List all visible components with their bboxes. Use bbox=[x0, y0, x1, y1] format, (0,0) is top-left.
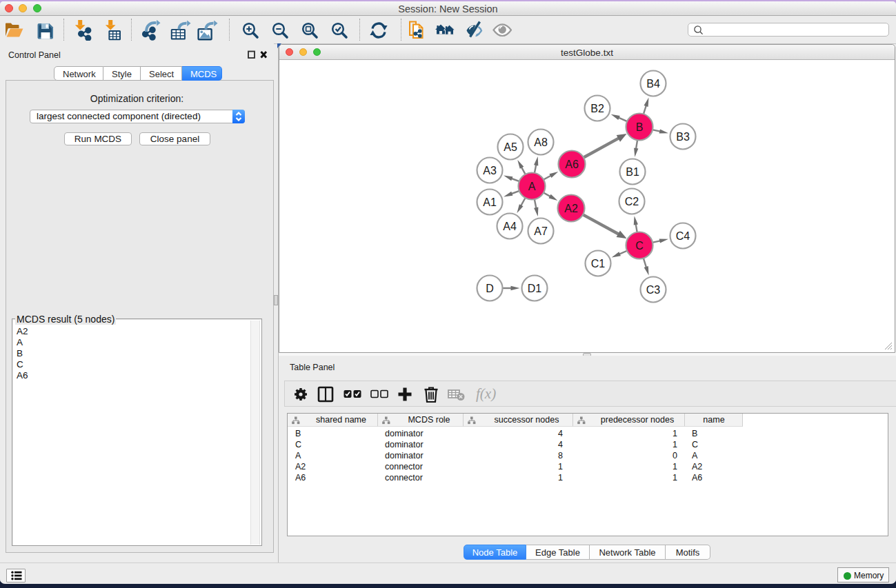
svg-text:A2: A2 bbox=[564, 203, 578, 214]
svg-text:D: D bbox=[486, 283, 494, 294]
svg-text:A8: A8 bbox=[534, 136, 548, 148]
svg-text:B4: B4 bbox=[646, 78, 660, 90]
svg-text:C3: C3 bbox=[646, 284, 661, 296]
svg-text:C4: C4 bbox=[676, 230, 690, 242]
svg-text:A6: A6 bbox=[565, 159, 579, 170]
svg-text:D1: D1 bbox=[528, 283, 542, 294]
svg-text:B1: B1 bbox=[626, 166, 639, 178]
svg-text:C2: C2 bbox=[625, 196, 639, 207]
svg-text:C: C bbox=[635, 240, 644, 252]
svg-text:A: A bbox=[528, 181, 536, 192]
svg-text:A5: A5 bbox=[504, 141, 517, 153]
svg-text:B2: B2 bbox=[590, 103, 604, 114]
svg-text:A1: A1 bbox=[483, 196, 497, 208]
svg-text:A3: A3 bbox=[483, 165, 497, 176]
svg-text:A7: A7 bbox=[534, 225, 548, 237]
svg-text:A4: A4 bbox=[503, 221, 517, 232]
svg-text:C1: C1 bbox=[591, 258, 606, 270]
svg-text:B3: B3 bbox=[676, 131, 690, 143]
svg-text:B: B bbox=[636, 121, 644, 133]
